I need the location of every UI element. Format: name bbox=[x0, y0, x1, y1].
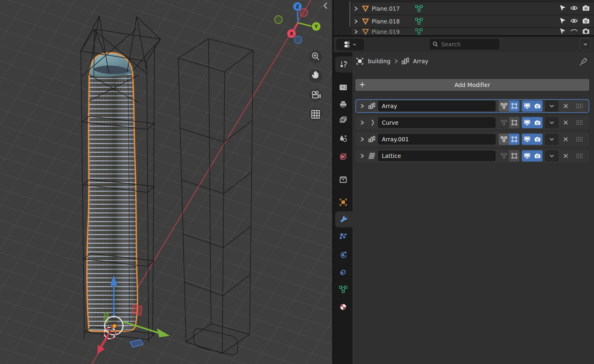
modifier-name-field[interactable]: Curve bbox=[378, 117, 496, 128]
mesh-data-icon[interactable] bbox=[415, 28, 423, 35]
expand-chevron-icon[interactable] bbox=[352, 18, 360, 24]
drag-handle[interactable] bbox=[575, 103, 584, 109]
world-properties-icon bbox=[339, 152, 347, 161]
nav-axis-neg-x[interactable] bbox=[300, 9, 308, 16]
render-toggle[interactable] bbox=[532, 150, 543, 162]
visibility-eye-icon[interactable] bbox=[570, 18, 578, 25]
edit-mode-toggle[interactable] bbox=[509, 150, 519, 162]
edit-mode-toggle[interactable] bbox=[509, 117, 519, 128]
modifier-extras-dropdown[interactable] bbox=[545, 117, 559, 128]
tab-tool[interactable] bbox=[335, 56, 352, 72]
realtime-display-toggle[interactable] bbox=[522, 150, 532, 162]
expand-chevron-icon[interactable] bbox=[358, 103, 366, 109]
tab-object[interactable] bbox=[334, 194, 352, 210]
object-name-label[interactable]: Plane.018 bbox=[372, 18, 400, 25]
object-breadcrumb-icon[interactable] bbox=[355, 57, 364, 66]
modifier-row-array[interactable]: Array bbox=[355, 99, 589, 113]
delete-modifier-icon[interactable] bbox=[562, 137, 570, 142]
on-cage-toggle[interactable] bbox=[499, 117, 509, 128]
modifier-row-lattice[interactable]: Lattice bbox=[355, 149, 589, 163]
outliner-row-plane018[interactable]: Plane.018 bbox=[352, 15, 594, 27]
add-modifier-button[interactable]: Add Modifier bbox=[355, 79, 589, 91]
nav-gizmo[interactable]: Z Y X bbox=[275, 2, 321, 44]
outliner-row-plane017[interactable]: Plane.017 bbox=[352, 3, 594, 14]
tab-particles[interactable] bbox=[334, 229, 352, 245]
modifier-name-field[interactable]: Array bbox=[378, 101, 496, 111]
expand-chevron-icon[interactable] bbox=[358, 153, 366, 159]
drag-handle[interactable] bbox=[575, 120, 584, 125]
tab-object-data[interactable] bbox=[334, 281, 352, 297]
modifier-extras-dropdown[interactable] bbox=[545, 134, 559, 145]
edit-mode-toggle[interactable] bbox=[509, 100, 519, 112]
render-toggle[interactable] bbox=[532, 117, 543, 128]
building-model[interactable] bbox=[87, 53, 137, 331]
selectable-toggle-icon[interactable] bbox=[560, 18, 566, 25]
render-visibility-camera-icon[interactable] bbox=[582, 28, 590, 35]
nav-axis-neg-y[interactable] bbox=[275, 16, 282, 23]
tab-physics[interactable] bbox=[334, 246, 352, 262]
expand-chevron-icon[interactable] bbox=[352, 6, 360, 12]
delete-modifier-icon[interactable] bbox=[562, 120, 570, 125]
breadcrumb-modifier-label[interactable]: Array bbox=[413, 58, 428, 64]
render-toggle[interactable] bbox=[532, 134, 543, 145]
drag-handle[interactable] bbox=[575, 137, 584, 142]
tab-world[interactable] bbox=[334, 148, 352, 164]
modifier-row-array001[interactable]: Array.001 bbox=[355, 132, 589, 146]
selectable-toggle-icon[interactable] bbox=[560, 5, 566, 12]
drag-handle[interactable] bbox=[575, 153, 584, 159]
breadcrumb-object-label[interactable]: building bbox=[368, 58, 390, 64]
wireframe-tower[interactable] bbox=[178, 39, 253, 356]
outliner-row-plane019[interactable]: Plane.019 bbox=[352, 28, 594, 35]
edit-mode-toggle[interactable] bbox=[509, 134, 519, 145]
pin-id-icon[interactable] bbox=[579, 56, 589, 68]
gizmo-plane-handle-blue[interactable] bbox=[130, 339, 143, 347]
expand-chevron-icon[interactable] bbox=[358, 120, 366, 125]
realtime-display-toggle[interactable] bbox=[522, 117, 532, 128]
modifier-name-field[interactable]: Array.001 bbox=[378, 134, 496, 145]
tab-material[interactable] bbox=[334, 299, 352, 315]
modifier-name-field[interactable]: Lattice bbox=[378, 151, 496, 161]
render-visibility-camera-icon[interactable] bbox=[582, 5, 590, 12]
collapse-panel-icon[interactable] bbox=[324, 3, 327, 9]
editor-type-button[interactable] bbox=[336, 39, 364, 50]
tab-view-layer[interactable] bbox=[334, 112, 352, 128]
chevron-right-icon bbox=[394, 58, 398, 64]
realtime-display-toggle[interactable] bbox=[522, 134, 532, 145]
render-visibility-camera-icon[interactable] bbox=[582, 18, 590, 25]
expand-chevron-icon[interactable] bbox=[352, 29, 360, 35]
visibility-eye-icon[interactable] bbox=[570, 28, 578, 35]
viewport-3d[interactable]: Z Y X bbox=[0, 0, 332, 364]
zoom-button-bg[interactable] bbox=[309, 50, 322, 63]
mesh-data-icon[interactable] bbox=[415, 18, 423, 25]
object-properties-icon bbox=[339, 198, 347, 206]
header-options-dropdown[interactable] bbox=[580, 38, 591, 50]
delete-modifier-icon[interactable] bbox=[562, 153, 570, 159]
render-toggle[interactable] bbox=[532, 100, 543, 112]
nav-axis-neg-z[interactable] bbox=[294, 36, 302, 44]
selectable-toggle-icon[interactable] bbox=[560, 28, 566, 35]
search-input[interactable] bbox=[441, 41, 488, 48]
realtime-display-toggle[interactable] bbox=[522, 100, 532, 112]
modifier-extras-dropdown[interactable] bbox=[545, 100, 559, 112]
tab-render[interactable] bbox=[334, 79, 352, 95]
mesh-data-icon[interactable] bbox=[415, 5, 423, 12]
delete-modifier-icon[interactable] bbox=[562, 103, 570, 109]
modifier-extras-dropdown[interactable] bbox=[545, 150, 559, 162]
expand-chevron-icon[interactable] bbox=[358, 137, 366, 142]
on-cage-toggle[interactable] bbox=[499, 134, 509, 145]
on-cage-toggle[interactable] bbox=[499, 150, 509, 162]
visibility-eye-icon[interactable] bbox=[570, 5, 578, 12]
outliner-scrollbar[interactable] bbox=[349, 1, 350, 27]
tab-modifiers[interactable] bbox=[335, 211, 352, 227]
grid-ortho-button-bg[interactable] bbox=[309, 108, 322, 121]
gizmo-plane-handle-red[interactable] bbox=[132, 305, 142, 315]
on-cage-toggle[interactable] bbox=[499, 100, 509, 112]
object-name-label[interactable]: Plane.017 bbox=[372, 5, 400, 12]
properties-search[interactable] bbox=[429, 38, 500, 50]
modifier-row-curve[interactable]: Curve bbox=[355, 116, 589, 129]
tab-output[interactable] bbox=[334, 96, 352, 113]
tab-constraints[interactable] bbox=[334, 264, 352, 280]
tab-collection[interactable] bbox=[334, 172, 352, 188]
object-name-label[interactable]: Plane.019 bbox=[372, 29, 400, 35]
tab-scene[interactable] bbox=[334, 130, 352, 146]
